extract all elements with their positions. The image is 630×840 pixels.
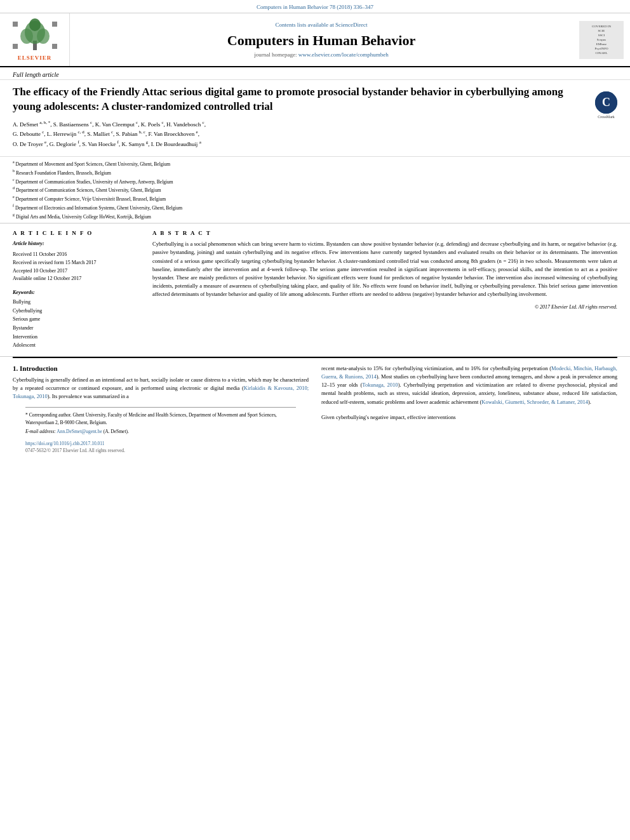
elsevier-tree-icon — [10, 18, 60, 53]
crossmark-label: CrossMark — [595, 115, 617, 119]
author-deboutte: G. Deboutte c — [13, 131, 44, 137]
keywords-list: Bullying Cyberbullying Serious game Byst… — [13, 298, 140, 350]
abstract-column: A B S T R A C T Cyberbullying is a socia… — [152, 230, 617, 350]
author-bastiaensens: S. Bastiaensens c — [53, 121, 92, 128]
science-direct-label: Contents lists available at ScienceDirec… — [76, 22, 566, 28]
keyword-serious-game: Serious game — [13, 315, 140, 324]
email-author-name: (A. DeSmet). — [104, 429, 129, 434]
keyword-intervention: Intervention — [13, 333, 140, 342]
email-label: E-mail address: — [25, 429, 56, 434]
article-info-column: A R T I C L E I N F O Article history: R… — [13, 230, 140, 350]
keyword-bullying: Bullying — [13, 298, 140, 307]
corner-index-box: COVERED INSCIESSCIScopusEMbasePsycINFOCI… — [579, 21, 624, 59]
doi-line[interactable]: https://doi.org/10.1016/j.chb.2017.10.01… — [25, 440, 296, 447]
keyword-cyberbullying: Cyberbullying — [13, 307, 140, 316]
authors-line: A. DeSmet a, b, *, S. Bastiaensens c, K.… — [13, 119, 586, 149]
abstract-heading: A B S T R A C T — [152, 230, 617, 236]
crossmark-logo[interactable]: C — [595, 91, 617, 114]
svg-point-2 — [20, 29, 33, 44]
affiliation-e: e Department of Computer Science, Vrije … — [13, 194, 617, 203]
affiliations-section: a Department of Movement and Sport Scien… — [0, 157, 630, 223]
affiliation-g: g Digital Arts and Media, University Col… — [13, 212, 617, 220]
corner-text: COVERED INSCIESSCIScopusEMbasePsycINFOCI… — [592, 24, 611, 55]
journal-header: ELSEVIER Contents lists available at Sci… — [0, 13, 630, 67]
author-desmet: A. DeSmet a, b, * — [13, 121, 50, 128]
corresponding-author-note: * Corresponding author. Ghent University… — [25, 411, 296, 426]
elsevier-wordmark: ELSEVIER — [18, 55, 52, 61]
author-poels: K. Poels c — [141, 121, 164, 128]
author-herrewijn: L. Herrewijn c, d — [47, 131, 84, 137]
svg-rect-5 — [13, 22, 18, 27]
email-address[interactable]: Ann.DeSmet@ugent.be — [57, 429, 102, 434]
author-samyn: K. Samyn g — [121, 141, 148, 147]
svg-point-3 — [37, 29, 50, 44]
journal-center-info: Contents lists available at ScienceDirec… — [70, 13, 573, 66]
svg-rect-6 — [52, 22, 57, 27]
available-date: Available online 12 October 2017 — [13, 275, 140, 283]
intro-text-right-2: Given cyberbullying's negative impact, e… — [321, 413, 617, 422]
journal-reference-bar: Computers in Human Behavior 78 (2018) 33… — [0, 0, 630, 13]
section-number: 1. — [13, 364, 18, 372]
science-direct-link[interactable]: ScienceDirect — [335, 22, 367, 28]
intro-section-title: 1. Introduction — [13, 364, 309, 372]
crossmark-icon: C — [595, 91, 617, 114]
article-type-label: Full length article — [0, 67, 630, 80]
info-abstract-section: A R T I C L E I N F O Article history: R… — [0, 223, 630, 357]
body-right-column: recent meta-analysis to 15% for cyberbul… — [321, 364, 617, 455]
corner-logo-area: COVERED INSCIESSCIScopusEMbasePsycINFOCI… — [573, 13, 630, 66]
article-info-heading: A R T I C L E I N F O — [13, 230, 140, 236]
author-malliet: S. Malliet c — [87, 131, 113, 137]
email-line: E-mail address: Ann.DeSmet@ugent.be (A. … — [25, 428, 296, 435]
journal-homepage-label: journal homepage: www.elsevier.com/locat… — [76, 51, 566, 58]
affiliation-f: f Department of Electronics and Informat… — [13, 203, 617, 211]
section-title-text: Introduction — [20, 364, 58, 372]
keyword-bystander: Bystander — [13, 324, 140, 333]
affiliation-b: b Research Foundation Flanders, Brussels… — [13, 168, 617, 177]
svg-text:C: C — [602, 96, 610, 109]
author-vanhoecke: S. Van Hoecke f — [82, 141, 119, 147]
body-section: 1. Introduction Cyberbullying is general… — [0, 358, 630, 461]
crossmark-area: C CrossMark — [595, 91, 617, 119]
article-title-block: The efficacy of the Friendly Attac serio… — [13, 85, 586, 151]
article-title: The efficacy of the Friendly Attac serio… — [13, 85, 586, 114]
homepage-label-text: journal homepage: — [254, 51, 297, 58]
svg-point-4 — [29, 18, 41, 31]
ref-kowalski[interactable]: Kowalski, Giumetti, Schroeder, & Lattane… — [481, 399, 588, 405]
issn-line: 0747-5632/© 2017 Elsevier Ltd. All right… — [25, 447, 296, 454]
journal-title: Computers in Human Behavior — [76, 32, 566, 49]
author-deglorie: G. Deglorie f — [50, 141, 79, 147]
keywords-label: Keywords: — [13, 290, 140, 295]
article-history: Article history: Received 11 October 201… — [13, 240, 140, 283]
history-label: Article history: — [13, 240, 140, 248]
article-type-text: Full length article — [13, 71, 59, 78]
intro-text-left: Cyberbullying is generally defined as an… — [13, 376, 309, 401]
elsevier-logo-area: ELSEVIER — [0, 13, 70, 66]
intro-text-right: recent meta-analysis to 15% for cyberbul… — [321, 364, 617, 406]
received-revised-date: Received in revised form 15 March 2017 — [13, 259, 140, 267]
author-debourdeaudhuij: I. De Bourdeaudhuij a — [151, 141, 201, 147]
author-vancleemput: K. Van Cleemput c — [95, 121, 138, 128]
journal-ref-text: Computers in Human Behavior 78 (2018) 33… — [257, 4, 373, 10]
keyword-adolescent: Adolescent — [13, 341, 140, 350]
affiliation-a: a Department of Movement and Sport Scien… — [13, 159, 617, 168]
author-vanbroeckhoven: F. Van Broeckhoven e — [148, 131, 198, 137]
body-left-column: 1. Introduction Cyberbullying is general… — [13, 364, 309, 455]
svg-rect-7 — [13, 44, 18, 49]
copyright-line: © 2017 Elsevier Ltd. All rights reserved… — [152, 304, 617, 310]
journal-homepage-link[interactable]: www.elsevier.com/locate/comphumbeh — [298, 51, 389, 58]
ref-tokunaga[interactable]: Tokunaga, 2010 — [362, 382, 398, 388]
affiliation-d: d Department of Communication Sciences, … — [13, 185, 617, 194]
received-date: Received 11 October 2016 — [13, 251, 140, 259]
author-pabian: S. Pabian b, c — [116, 131, 145, 137]
abstract-text: Cyberbullying is a social phenomenon whi… — [152, 240, 617, 298]
article-main-header: The efficacy of the Friendly Attac serio… — [0, 80, 630, 157]
affiliation-c: c Department of Communication Studies, U… — [13, 177, 617, 185]
footnote-section: * Corresponding author. Ghent University… — [25, 407, 296, 454]
accepted-date: Accepted 10 October 2017 — [13, 267, 140, 276]
author-vandebosch: H. Vandebosch c — [166, 121, 204, 128]
svg-rect-8 — [52, 44, 57, 49]
author-detroyer: O. De Troyer e — [13, 141, 46, 147]
ref-modecki[interactable]: Modecki, Minchin, Harbaugh, Guerra, & Ru… — [321, 365, 617, 380]
ref-kirlakidis[interactable]: Kirlakidis & Kavoura, 2010; Tokunaga, 20… — [13, 385, 309, 399]
